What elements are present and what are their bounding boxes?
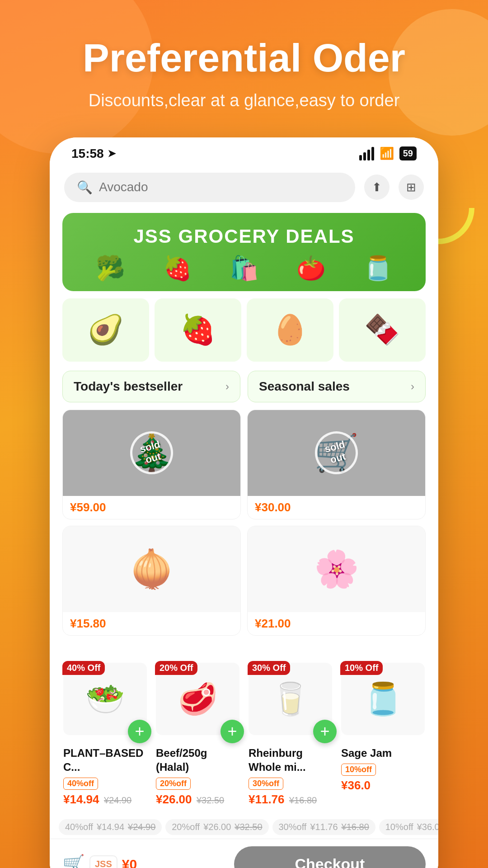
- tab-seasonal[interactable]: Seasonal sales ›: [248, 371, 426, 402]
- product-image-2: 🛒 soldout: [248, 410, 425, 496]
- section-tabs: Today's bestseller › Seasonal sales ›: [62, 371, 426, 402]
- avocado-icon: 🥑: [88, 313, 124, 347]
- product-image-seasonal-1: 🧅: [63, 526, 240, 612]
- discount-product-grid: 40% Off 🥗 + PLANT–BASED C... 40%off ¥14.…: [50, 657, 438, 812]
- checkout-label: Checkout: [295, 855, 365, 868]
- share-button[interactable]: ⬆: [364, 175, 389, 200]
- discount-off-tag-1: 40%off: [63, 778, 98, 790]
- product-card-bestseller-2[interactable]: 🛒 soldout ¥30.00: [247, 410, 426, 519]
- product-grid: 🎄 soldout ¥59.00 🛒 soldout ¥30.0: [62, 410, 426, 636]
- discount-price-old-2: ¥32.50: [197, 795, 224, 805]
- cart-icon: 🛒: [62, 854, 85, 868]
- mini-item-4: 10%off ¥36.0: [379, 819, 438, 835]
- discount-emoji-1: 🥗: [85, 680, 125, 717]
- tab-bestseller[interactable]: Today's bestseller ›: [62, 371, 240, 402]
- discount-price-old-3: ¥16.80: [289, 795, 317, 805]
- search-input[interactable]: [99, 180, 343, 194]
- page-title: Preferential Oder: [83, 36, 405, 80]
- product-emoji-seasonal-1: 🧅: [129, 548, 174, 590]
- product-card-seasonal-2[interactable]: 🌸 ¥21.00: [247, 526, 426, 636]
- discount-pricing-3: ¥11.76 ¥16.80: [249, 793, 332, 807]
- discount-price-new-3: ¥11.76: [249, 793, 285, 806]
- signal-bars: [359, 147, 374, 160]
- mini-item-3: 30%off ¥11.76 ¥16.80: [272, 819, 375, 835]
- search-bar[interactable]: 🔍: [64, 173, 355, 202]
- discount-card-2[interactable]: 20% Off 🥩 + Beef/250g (Halal) 20%off ¥26…: [151, 657, 244, 812]
- status-icons: 📶 59: [359, 146, 417, 160]
- product-emoji-seasonal-2: 🌸: [314, 548, 359, 590]
- phone-mockup: 15:58 ➤ 📶 59 🔍 ⬆ ⊞: [50, 137, 438, 868]
- product-card-seasonal-1[interactable]: 🧅 ¥15.80: [62, 526, 241, 636]
- banner-icon-broccoli: 🥦: [96, 255, 125, 282]
- discount-name-3: Rheinburg Whole mi...: [249, 746, 332, 774]
- banner-icon-tomato: 🍅: [296, 255, 326, 282]
- wifi-icon: 📶: [380, 146, 394, 160]
- search-action-buttons: ⬆ ⊞: [364, 175, 424, 200]
- category-item-raspberry[interactable]: 🍓: [155, 298, 241, 362]
- add-to-cart-btn-1[interactable]: +: [128, 720, 151, 743]
- add-to-cart-btn-3[interactable]: +: [313, 720, 337, 743]
- cart-total: ¥0: [122, 857, 137, 868]
- jss-logo: JSS: [89, 855, 117, 868]
- status-bar: 15:58 ➤ 📶 59: [50, 137, 438, 165]
- banner-title: JSS GROCERY DEALS: [77, 226, 411, 247]
- discount-emoji-3: 🥛: [271, 680, 310, 717]
- sold-out-overlay-2: soldout: [248, 410, 425, 496]
- discount-pricing-2: ¥26.00 ¥32.50: [156, 793, 239, 807]
- discount-badge-4: 10% Off: [340, 661, 383, 675]
- discount-price-old-1: ¥24.90: [104, 795, 131, 805]
- grid-view-button[interactable]: ⊞: [399, 175, 424, 200]
- eggs-icon: 🥚: [272, 313, 308, 347]
- discount-pricing-4: ¥36.0: [341, 778, 425, 793]
- time-display: 15:58: [71, 146, 104, 161]
- discount-price-new-2: ¥26.00: [156, 793, 192, 806]
- mini-summary-row: 40%off ¥14.94 ¥24.90 20%off ¥26.00 ¥32.5…: [50, 819, 438, 835]
- bottom-section: 40% Off 🥗 + PLANT–BASED C... 40%off ¥14.…: [50, 645, 438, 868]
- discount-card-4[interactable]: 10% Off 🫙 Sage Jam 10%off ¥36.0: [337, 657, 429, 812]
- navigation-icon: ➤: [108, 148, 116, 160]
- mini-item-2: 20%off ¥26.00 ¥32.50: [165, 819, 268, 835]
- cart-icon-area: 🛒 JSS ¥0: [62, 854, 225, 868]
- search-bar-row: 🔍 ⬆ ⊞: [50, 165, 438, 209]
- discount-name-4: Sage Jam: [341, 746, 425, 760]
- product-price-seasonal-2: ¥21.00: [248, 612, 425, 635]
- category-item-chocolate[interactable]: 🍫: [339, 298, 426, 362]
- discount-badge-1: 40% Off: [62, 661, 105, 675]
- sold-out-stamp-1: soldout: [125, 427, 178, 479]
- checkout-button[interactable]: Checkout: [234, 846, 426, 868]
- banner-icon-sauce: 🫙: [363, 255, 393, 282]
- summary-bar: 🛒 JSS ¥0 Checkout: [50, 839, 438, 868]
- discount-card-3[interactable]: 30% Off 🥛 + Rheinburg Whole mi... 30%off…: [244, 657, 337, 812]
- discount-name-1: PLANT–BASED C...: [63, 746, 147, 774]
- seasonal-label: Seasonal sales: [259, 379, 350, 394]
- product-card-bestseller-1[interactable]: 🎄 soldout ¥59.00: [62, 410, 241, 519]
- add-to-cart-btn-2[interactable]: +: [221, 720, 244, 743]
- discount-off-tag-4: 10%off: [341, 764, 376, 776]
- mini-item-1: 40%off ¥14.94 ¥24.90: [59, 819, 162, 835]
- category-grid: 🥑 🍓 🥚 🍫: [62, 298, 426, 362]
- banner-icons-row: 🥦 🍓 🛍️ 🍅 🫙: [77, 255, 411, 282]
- discount-price-new-1: ¥14.94: [63, 793, 99, 806]
- product-image-1: 🎄 soldout: [63, 410, 240, 496]
- bestseller-label: Today's bestseller: [74, 379, 183, 394]
- discount-card-1[interactable]: 40% Off 🥗 + PLANT–BASED C... 40%off ¥14.…: [59, 657, 151, 812]
- product-price-seasonal-1: ¥15.80: [63, 612, 240, 635]
- grocery-banner: JSS GROCERY DEALS 🥦 🍓 🛍️ 🍅 🫙: [62, 213, 426, 291]
- banner-icon-strawberry: 🍓: [163, 255, 192, 282]
- discount-pricing-1: ¥14.94 ¥24.90: [63, 793, 147, 807]
- product-image-seasonal-2: 🌸: [248, 526, 425, 612]
- discount-emoji-4: 🫙: [363, 680, 403, 717]
- product-price-1: ¥59.00: [63, 496, 240, 519]
- banner-icon-grocery-bag: 🛍️: [230, 255, 259, 282]
- discount-badge-2: 20% Off: [155, 661, 197, 675]
- search-icon: 🔍: [77, 180, 93, 195]
- discount-badge-3: 30% Off: [248, 661, 290, 675]
- status-time: 15:58 ➤: [71, 146, 116, 161]
- discount-emoji-2: 🥩: [178, 680, 217, 717]
- category-item-avocado[interactable]: 🥑: [62, 298, 149, 362]
- seasonal-chevron: ›: [411, 380, 414, 393]
- battery-indicator: 59: [399, 146, 417, 160]
- raspberry-icon: 🍓: [180, 313, 216, 347]
- bestseller-chevron: ›: [225, 380, 229, 393]
- category-item-eggs[interactable]: 🥚: [247, 298, 333, 362]
